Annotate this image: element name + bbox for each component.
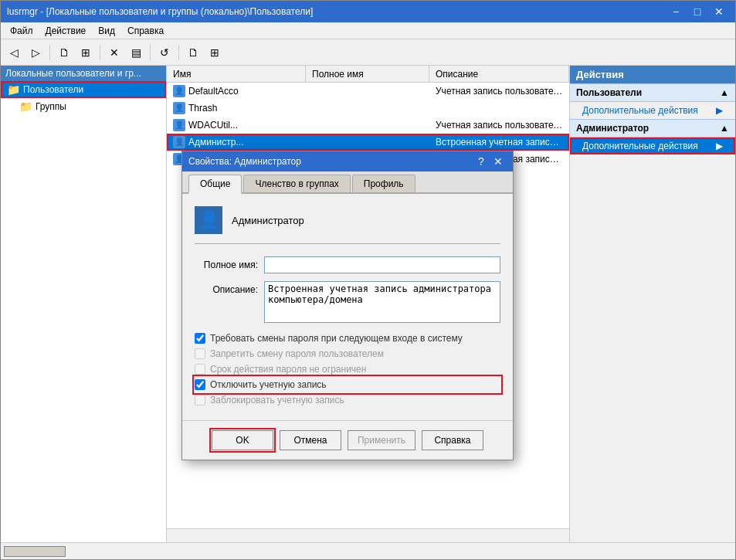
toolbar: ◁ ▷ 🗋 ⊞ ✕ ▤ ↺ 🗋 ⊞ [1,39,735,66]
action-more-users[interactable]: Дополнительные действия ▶ [570,102,735,119]
checkbox-no-expiry: Срок действия пароля не ограничен [195,361,500,377]
checkbox-prevent-password-change: Запретить смену пароля пользователем [195,346,500,361]
status-bar [1,542,735,559]
col-header-name[interactable]: Имя [167,66,306,82]
tab-bar: Общие Членство в группах Профиль [182,171,513,194]
toolbar-forward[interactable]: ▷ [25,42,46,63]
checkbox-lock-account: Заблокировать учетную запись [195,392,500,408]
user-name-cell: 👤 WDACUtil... [167,117,306,133]
description-label: Описание: [195,281,264,295]
folder-icon-groups: 📁 [19,100,32,113]
cb-label-no-expiry: Срок действия пароля не ограничен [210,364,366,375]
apply-button[interactable]: Применить [348,430,415,450]
dialog-title: Свойства: Администратор [188,156,473,167]
cb-label-disable-account: Отключить учетную запись [210,379,327,390]
checkbox-require-password-change: Требовать смены пароля при следующем вхо… [195,331,500,346]
cb-label-prevent-password-change: Запретить смену пароля пользователем [210,348,384,359]
list-header: Имя Полное имя Описание [167,66,569,83]
dialog-content: 👤 Администратор Полное имя: Описание: Вс… [182,194,513,420]
user-avatar-icon: 👤 [198,210,219,230]
toolbar-sep-4 [178,45,179,60]
menu-file[interactable]: Файл [4,24,39,38]
action-more-admin[interactable]: Дополнительные действия ▶ [570,137,735,154]
toolbar-sep-1 [49,45,50,60]
help-button[interactable]: Справка [422,430,483,450]
dialog-user-info: 👤 Администратор [195,206,500,244]
tree-label-users: Пользователи [23,84,83,95]
description-input[interactable]: Встроенная учетная запись администратора… [264,281,500,323]
description-row: Описание: Встроенная учетная запись адми… [195,281,500,323]
action-section-users[interactable]: Пользователи ▲ [570,83,735,102]
user-icon: 👤 [173,119,185,131]
action-section-admin[interactable]: Администратор ▲ [570,119,735,137]
status-scrollbar[interactable] [4,546,66,557]
list-item[interactable]: 👤 WDACUtil... Учетная запись пользовател… [167,117,569,134]
user-name-cell-admin: 👤 Администр... [167,134,306,150]
cb-label-require-password-change: Требовать смены пароля при следующем вхо… [210,333,463,344]
folder-icon-users: 📁 [7,83,20,96]
col-header-description[interactable]: Описание [429,66,569,82]
toolbar-properties[interactable]: ▤ [126,42,146,63]
toolbar-view[interactable]: ⊞ [205,42,225,63]
properties-dialog: Свойства: Администратор ? ✕ Общие Членст… [181,151,514,460]
tab-membership[interactable]: Членство в группах [243,175,350,192]
cancel-button[interactable]: Отмена [280,430,341,450]
minimize-button[interactable]: − [666,3,686,20]
bottom-scroll[interactable] [167,528,569,542]
cb-disable-account[interactable] [195,379,205,390]
checkboxes-section: Требовать смены пароля при следующем вхо… [195,331,500,408]
cb-no-expiry [195,364,205,375]
menu-action[interactable]: Действие [39,24,93,38]
list-item[interactable]: 👤 Thrash [167,100,569,117]
dialog-buttons: OK Отмена Применить Справка [182,420,513,460]
toolbar-back[interactable]: ◁ [4,42,24,63]
maximize-button[interactable]: □ [687,3,707,20]
user-icon-admin: 👤 [173,136,185,148]
list-item-admin[interactable]: 👤 Администр... Встроенная учетная запись… [167,134,569,151]
cb-prevent-password-change [195,348,205,359]
list-item[interactable]: 👤 DefaultAcco Учетная запись пользовател… [167,83,569,100]
toolbar-new[interactable]: 🗋 [54,42,74,63]
checkbox-disable-account: Отключить учетную запись [195,377,500,392]
tab-general[interactable]: Общие [188,175,242,194]
user-icon: 👤 [173,102,185,114]
toolbar-delete[interactable]: ✕ [104,42,124,63]
full-name-input[interactable] [264,256,500,273]
actions-header: Действия [570,66,735,83]
tree-item-users[interactable]: 📁 Пользователи [1,81,166,98]
cb-label-lock-account: Заблокировать учетную запись [210,395,344,406]
ok-button[interactable]: OK [212,430,273,450]
user-icon: 👤 [173,85,185,97]
tree-header: Локальные пользователи и гр... [1,66,166,81]
dialog-close-button[interactable]: ✕ [490,154,507,169]
menu-view[interactable]: Вид [92,24,121,38]
dialog-title-bar: Свойства: Администратор ? ✕ [182,151,513,171]
tree-label-groups: Группы [36,101,66,112]
cb-lock-account [195,395,205,406]
tab-profile[interactable]: Профиль [352,175,415,192]
left-panel: Локальные пользователи и гр... 📁 Пользов… [1,66,167,542]
tree-item-groups[interactable]: 📁 Группы [1,98,166,115]
right-panel: Действия Пользователи ▲ Дополнительные д… [569,66,735,542]
window-title: lusrmgr - [Локальные пользователи и груп… [7,6,666,17]
full-name-row: Полное имя: [195,256,500,273]
main-close-button[interactable]: ✕ [709,3,729,20]
title-controls: − □ ✕ [666,3,729,20]
dialog-username: Администратор [232,215,304,226]
toolbar-sep-2 [100,45,100,60]
cb-require-password-change[interactable] [195,333,205,344]
toolbar-export[interactable]: 🗋 [183,42,203,63]
dialog-help-button[interactable]: ? [473,154,490,169]
toolbar-refresh[interactable]: ↺ [154,42,175,63]
col-header-fullname[interactable]: Полное имя [306,66,429,82]
full-name-label: Полное имя: [195,256,264,270]
title-bar: lusrmgr - [Локальные пользователи и груп… [1,1,735,22]
menu-bar: Файл Действие Вид Справка [1,22,735,39]
toolbar-details[interactable]: ⊞ [76,42,96,63]
dialog-user-avatar: 👤 [195,206,222,234]
user-name-cell: 👤 Thrash [167,100,306,116]
user-name-cell: 👤 DefaultAcco [167,83,306,99]
toolbar-sep-3 [150,45,151,60]
menu-help[interactable]: Справка [121,24,170,38]
